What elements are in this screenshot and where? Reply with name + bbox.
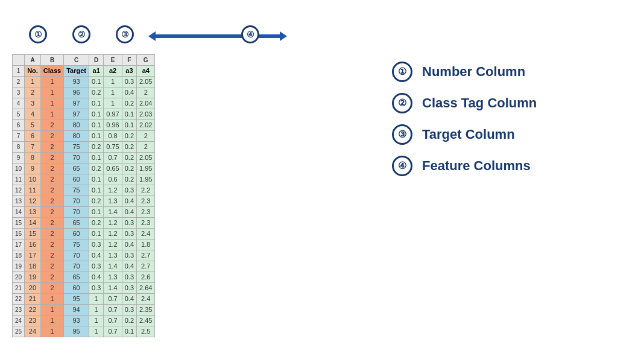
- cell-a4: 2: [137, 130, 155, 141]
- cell-class: 1: [40, 109, 63, 119]
- cell-no: 8: [25, 152, 41, 163]
- cell-a2: 0.75: [104, 141, 122, 152]
- cell-a4: 2.02: [137, 119, 155, 130]
- cell-a4: 2.04: [137, 98, 155, 109]
- cell-no: 22: [25, 304, 41, 315]
- cell-a4: 1.95: [137, 174, 155, 185]
- cell-no: 10: [25, 174, 41, 185]
- cell-target: 65: [64, 272, 89, 282]
- col-letter-c: C: [64, 54, 89, 65]
- cell-a4: 2.3: [137, 217, 155, 228]
- cell-a3: 0.3: [122, 250, 136, 261]
- cell-target: 75: [64, 185, 89, 195]
- cell-a4: 2.3: [137, 206, 155, 217]
- cell-a4: 2.45: [137, 315, 155, 326]
- row-header: 12: [13, 185, 25, 195]
- cell-a2: 0.7: [104, 293, 122, 304]
- row-header: 14: [13, 206, 25, 217]
- cell-a1: 0.1: [89, 76, 104, 87]
- corner-header: [13, 54, 25, 65]
- cell-a3: 0.3: [122, 304, 136, 315]
- cell-no: 13: [25, 206, 41, 217]
- cell-target: 95: [64, 293, 89, 304]
- row-header: 24: [13, 315, 25, 326]
- cell-a4: 2.05: [137, 76, 155, 87]
- cell-a3: 0.2: [122, 98, 136, 109]
- cell-a1: 0.2: [89, 163, 104, 174]
- cell-no: 5: [25, 119, 41, 130]
- legend: ① Number Column ② Class Tag Column ③ Tar…: [380, 25, 537, 176]
- table-row: 21 20 2 60 0.3 1.4 0.3 2.64: [13, 282, 155, 293]
- row-header: 23: [13, 304, 25, 315]
- row-header: 22: [13, 293, 25, 304]
- cell-class: 1: [40, 326, 63, 337]
- table-row: 15 14 2 65 0.2 1.2 0.3 2.3: [13, 217, 155, 228]
- cell-class: 2: [40, 185, 63, 195]
- cell-class: 1: [40, 98, 63, 109]
- cell-no: 7: [25, 141, 41, 152]
- cell-class: 2: [40, 228, 63, 239]
- legend-badge-3: ③: [392, 124, 412, 145]
- cell-a2: 1.4: [104, 261, 122, 272]
- table-row: 23 22 1 94 1 0.7 0.3 2.35: [13, 304, 155, 315]
- cell-a4: 2.35: [137, 304, 155, 315]
- row-header: 11: [13, 174, 25, 185]
- cell-a3: 0.3: [122, 76, 136, 87]
- row-header: 25: [13, 326, 25, 337]
- cell-a3: 0.4: [122, 261, 136, 272]
- cell-no: 19: [25, 272, 41, 282]
- legend-label-1: Number Column: [422, 64, 525, 80]
- cell-class: 2: [40, 250, 63, 261]
- cell-a1: 0.3: [89, 282, 104, 293]
- cell-target: 70: [64, 195, 89, 206]
- cell-class: 2: [40, 261, 63, 272]
- cell-a3: 0.2: [122, 130, 136, 141]
- cell-a3: 0.3: [122, 282, 136, 293]
- row-header: 21: [13, 282, 25, 293]
- cell-a4: 1.8: [137, 239, 155, 250]
- cell-no: 12: [25, 195, 41, 206]
- cell-a4: 2.5: [137, 326, 155, 337]
- cell-a2: 0.65: [104, 163, 122, 174]
- cell-no: 14: [25, 217, 41, 228]
- cell-class: 2: [40, 119, 63, 130]
- cell-a2: 1.2: [104, 217, 122, 228]
- cell-class: 1: [40, 315, 63, 326]
- svg-rect-2: [156, 34, 280, 38]
- cell-a3: 0.4: [122, 239, 136, 250]
- cell-target: 95: [64, 326, 89, 337]
- cell-a2: 0.7: [104, 304, 122, 315]
- cell-a2: 1.4: [104, 206, 122, 217]
- cell-a4: 2.64: [137, 282, 155, 293]
- cell-a3: 0.3: [122, 217, 136, 228]
- cell-no: 15: [25, 228, 41, 239]
- table-row: 22 21 1 95 1 0.7 0.4 2.4: [13, 293, 155, 304]
- row-header: 5: [13, 109, 25, 119]
- cell-a3: 0.4: [122, 195, 136, 206]
- cell-a3: 0.4: [122, 87, 136, 98]
- cell-target: 93: [64, 76, 89, 87]
- spreadsheet-table: A B C D E F G 1 No. Class Target a1 a2 a…: [12, 54, 155, 337]
- header-target: Target: [64, 65, 89, 76]
- col-letter-e: E: [104, 54, 122, 65]
- cell-class: 2: [40, 163, 63, 174]
- row-header: 8: [13, 141, 25, 152]
- cell-a1: 0.1: [89, 130, 104, 141]
- cell-a4: 2.3: [137, 195, 155, 206]
- cell-a4: 2.7: [137, 250, 155, 261]
- cell-a1: 0.2: [89, 195, 104, 206]
- cell-a1: 0.4: [89, 272, 104, 282]
- svg-marker-1: [280, 31, 287, 41]
- cell-target: 97: [64, 98, 89, 109]
- table-row: 8 7 2 75 0.2 0.75 0.2 2: [13, 141, 155, 152]
- cell-a2: 1.3: [104, 272, 122, 282]
- cell-a4: 2.4: [137, 228, 155, 239]
- cell-no: 3: [25, 98, 41, 109]
- badge-2: ②: [72, 25, 90, 43]
- table-row: 5 4 1 97 0.1 0.97 0.1 2.03: [13, 109, 155, 119]
- cell-target: 96: [64, 87, 89, 98]
- col-letter-b: B: [40, 54, 63, 65]
- cell-a1: 1: [89, 315, 104, 326]
- table-row: 13 12 2 70 0.2 1.3 0.4 2.3: [13, 195, 155, 206]
- cell-no: 17: [25, 250, 41, 261]
